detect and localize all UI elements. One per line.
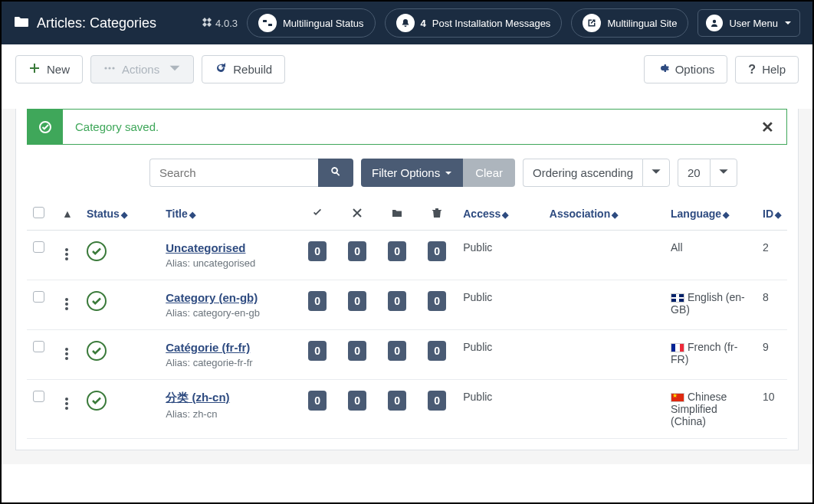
table-row: Catégorie (fr-fr) Alias: categorie-fr-fr…: [27, 330, 787, 380]
count-archived[interactable]: 0: [388, 241, 406, 261]
caret-down-icon: [445, 166, 452, 179]
chevron-down-icon: [651, 166, 661, 179]
count-unpublished[interactable]: 0: [348, 291, 366, 311]
close-icon[interactable]: ✕: [749, 118, 786, 136]
actions-button[interactable]: Actions: [90, 55, 194, 83]
cell-id: 10: [757, 380, 787, 439]
count-published[interactable]: 0: [308, 391, 327, 411]
sort-icon: ◆: [612, 210, 618, 219]
new-button[interactable]: New: [15, 55, 83, 83]
search-button[interactable]: [318, 159, 353, 187]
row-checkbox[interactable]: [33, 291, 44, 303]
svg-point-3: [104, 67, 107, 69]
count-unpublished[interactable]: 0: [348, 241, 366, 261]
count-published[interactable]: 0: [308, 241, 327, 261]
row-actions-button[interactable]: [62, 245, 71, 263]
limit-chevron[interactable]: [710, 159, 737, 187]
col-archived[interactable]: [377, 198, 417, 231]
cell-language: Chinese Simplified (China): [665, 380, 757, 439]
status-published-icon[interactable]: [87, 241, 107, 261]
ordering-chevron[interactable]: [642, 159, 670, 187]
plus-icon: [28, 62, 41, 77]
flag-icon: [671, 293, 684, 303]
options-button[interactable]: Options: [644, 55, 728, 83]
success-alert: Category saved. ✕: [27, 109, 787, 145]
clear-button[interactable]: Clear: [463, 159, 515, 187]
cell-language: French (fr-FR): [665, 330, 757, 380]
post-install-messages-button[interactable]: 4 Post Installation Messages: [385, 8, 563, 38]
search-input[interactable]: [149, 159, 318, 187]
svg-point-4: [108, 67, 110, 69]
count-published[interactable]: 0: [308, 291, 327, 311]
count-archived[interactable]: 0: [388, 341, 406, 361]
sort-up-icon: ▲: [62, 208, 73, 220]
status-published-icon[interactable]: [87, 341, 107, 361]
count-archived[interactable]: 0: [388, 291, 406, 311]
page-title: Articles: Categories: [37, 15, 156, 31]
row-checkbox[interactable]: [33, 391, 44, 402]
user-menu-button[interactable]: User Menu: [697, 9, 800, 37]
check-circle-icon: [28, 110, 63, 144]
col-language[interactable]: Language◆: [665, 198, 757, 231]
search-group: [149, 159, 353, 187]
ordering-select[interactable]: Ordering ascending: [523, 159, 642, 187]
gear-icon: [657, 62, 669, 77]
row-actions-button[interactable]: [62, 394, 71, 413]
col-published[interactable]: [297, 198, 337, 231]
bell-icon: [396, 14, 415, 32]
row-actions-button[interactable]: [62, 295, 71, 313]
col-status[interactable]: Status◆: [80, 198, 159, 231]
col-trashed[interactable]: [417, 198, 457, 231]
row-checkbox[interactable]: [33, 341, 44, 352]
search-icon: [330, 165, 342, 180]
status-published-icon[interactable]: [87, 391, 107, 411]
count-trashed[interactable]: 0: [428, 391, 446, 411]
cell-access: Public: [457, 280, 543, 330]
svg-point-5: [112, 67, 114, 69]
folder-icon: [392, 208, 402, 220]
count-archived[interactable]: 0: [388, 391, 406, 411]
col-unpublished[interactable]: [337, 198, 377, 231]
category-title-link[interactable]: Catégorie (fr-fr): [166, 341, 250, 354]
folder-icon: [14, 15, 29, 31]
count-trashed[interactable]: 0: [428, 291, 446, 311]
count-trashed[interactable]: 0: [428, 241, 446, 261]
check-icon: [312, 208, 323, 221]
count-unpublished[interactable]: 0: [348, 341, 366, 361]
category-title-link[interactable]: 分类 (zh-cn): [166, 391, 229, 404]
cell-association: [543, 231, 665, 280]
col-title[interactable]: Title◆: [159, 198, 297, 231]
notification-count: 4: [421, 18, 426, 29]
chevron-down-icon: [784, 18, 792, 29]
category-title-link[interactable]: Uncategorised: [166, 241, 245, 254]
count-published[interactable]: 0: [308, 341, 327, 361]
help-button[interactable]: ? Help: [735, 56, 799, 83]
multilingual-status-button[interactable]: Multilingual Status: [247, 8, 376, 38]
multilingual-site-button[interactable]: Multilingual Site: [571, 8, 688, 38]
select-all-checkbox[interactable]: [33, 207, 44, 218]
count-trashed[interactable]: 0: [428, 341, 446, 361]
sort-icon: ◆: [775, 210, 781, 219]
row-checkbox[interactable]: [33, 241, 44, 253]
limit-select[interactable]: 20: [678, 159, 710, 187]
category-alias: Alias: zh-cn: [166, 408, 291, 420]
question-icon: ?: [748, 63, 756, 77]
category-title-link[interactable]: Category (en-gb): [166, 291, 258, 304]
page-title-area: Articles: Categories: [14, 15, 192, 31]
status-published-icon[interactable]: [87, 291, 107, 311]
sort-icon: ◆: [502, 210, 508, 219]
cell-id: 9: [757, 330, 787, 380]
col-ordering[interactable]: ▲: [56, 198, 80, 231]
cell-id: 2: [757, 231, 787, 280]
col-id[interactable]: ID◆: [757, 198, 787, 231]
row-actions-button[interactable]: [62, 345, 71, 363]
filter-options-button[interactable]: Filter Options: [361, 159, 463, 187]
rebuild-button[interactable]: Rebuild: [202, 55, 285, 83]
svg-rect-1: [268, 24, 272, 26]
col-access[interactable]: Access◆: [457, 198, 543, 231]
count-unpublished[interactable]: 0: [348, 391, 366, 411]
toolbar: New Actions Rebuild Options ? Help: [2, 44, 812, 95]
sort-icon: ◆: [723, 210, 729, 219]
col-association[interactable]: Association◆: [543, 198, 665, 231]
ellipsis-icon: [103, 62, 116, 77]
